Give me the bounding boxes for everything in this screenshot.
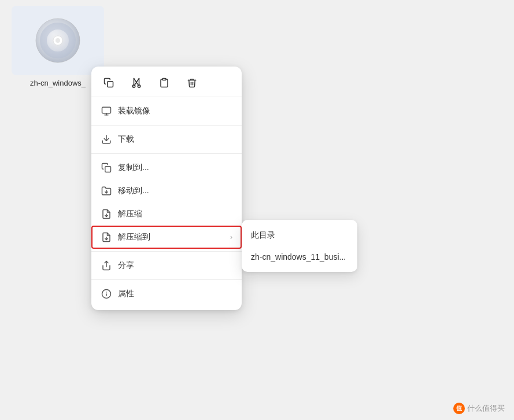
properties-label: 属性 — [118, 289, 232, 299]
watermark-text: 什么值得买 — [467, 403, 505, 414]
extract-icon — [101, 208, 112, 220]
move-to-label: 移动到... — [118, 186, 232, 196]
file-icon-box[interactable] — [12, 6, 104, 75]
file-icon-area: zh-cn_windows_ — [12, 6, 104, 87]
submenu: 此目录 zh-cn_windows_11_busi... — [242, 220, 357, 272]
share-label: 分享 — [118, 260, 232, 271]
named-dir-label: zh-cn_windows_11_busi... — [251, 252, 346, 261]
paste-button[interactable] — [156, 75, 172, 91]
divider-1 — [91, 125, 242, 126]
cut-button[interactable] — [128, 75, 145, 91]
divider-2 — [91, 153, 242, 154]
extract-to-label: 解压缩到 — [118, 232, 224, 242]
watermark: 值 什么值得买 — [453, 403, 505, 414]
svg-point-4 — [56, 38, 60, 43]
this-dir-label: 此目录 — [251, 230, 275, 241]
svg-rect-13 — [102, 107, 111, 113]
copy-to-label: 复制到... — [118, 163, 232, 173]
menu-item-download[interactable]: 下载 — [91, 128, 242, 151]
desktop: zh-cn_windows_ — [0, 0, 514, 420]
menu-item-extract[interactable]: 解压缩 — [91, 202, 242, 226]
svg-rect-5 — [108, 82, 113, 87]
mount-icon — [101, 105, 112, 117]
submenu-item-this-dir[interactable]: 此目录 — [242, 224, 357, 246]
mount-label: 装载镜像 — [118, 106, 232, 116]
context-menu: 装载镜像 下载 复制到... — [91, 67, 242, 310]
copy-button[interactable] — [101, 75, 117, 91]
menu-item-extract-to[interactable]: 解压缩到 › — [91, 226, 242, 249]
move-to-icon — [101, 185, 112, 197]
divider-4 — [91, 279, 242, 280]
copy-to-icon — [101, 162, 112, 174]
file-label: zh-cn_windows_ — [12, 79, 104, 87]
menu-item-move-to[interactable]: 移动到... — [91, 179, 242, 202]
menu-item-properties[interactable]: 属性 — [91, 282, 242, 305]
arrow-icon: › — [230, 233, 232, 241]
info-icon — [101, 288, 112, 300]
disc-icon — [35, 17, 81, 64]
share-icon — [101, 260, 112, 271]
divider-3 — [91, 251, 242, 252]
menu-item-mount[interactable]: 装载镜像 — [91, 100, 242, 123]
download-label: 下载 — [118, 134, 232, 145]
watermark-logo: 值 — [453, 403, 465, 414]
menu-item-share[interactable]: 分享 — [91, 254, 242, 277]
svg-rect-12 — [162, 79, 166, 80]
extract-to-icon — [101, 231, 112, 243]
menu-item-copy-to[interactable]: 复制到... — [91, 156, 242, 179]
svg-rect-17 — [105, 167, 111, 172]
delete-button[interactable] — [184, 75, 200, 91]
submenu-item-named-dir[interactable]: zh-cn_windows_11_busi... — [242, 246, 357, 267]
menu-toolbar — [91, 71, 242, 97]
download-icon — [101, 134, 112, 145]
extract-label: 解压缩 — [118, 209, 232, 219]
